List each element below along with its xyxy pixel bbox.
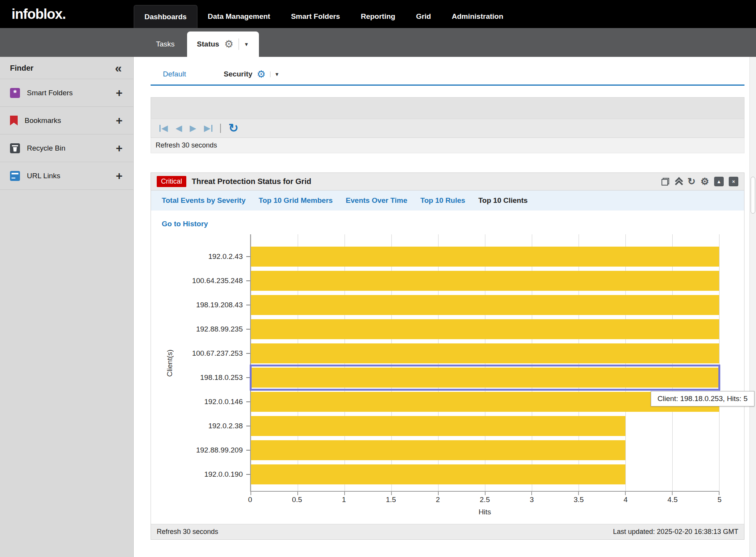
y-label-192-88-99-235: 192.88.99.235 [178, 317, 250, 341]
scrollbar-thumb[interactable] [751, 177, 755, 214]
y-label-100-64-235-248: 100.64.235.248 [178, 269, 250, 293]
sidebar-items: *Smart Folders+Bookmarks+Recycle Bin+URL… [0, 79, 133, 190]
y-label-192-0-2-38: 192.0.2.38 [178, 414, 250, 438]
tab-tasks[interactable]: Tasks [146, 31, 185, 57]
previous-page-arrow: ◀ [176, 124, 182, 133]
bar-100-67-237-253[interactable] [251, 343, 719, 363]
add-recycle-bin-button[interactable]: + [116, 142, 123, 155]
widget-settings-gear-icon[interactable]: ⚙ [701, 177, 709, 186]
first-page-icon[interactable]: ◀ [159, 124, 168, 133]
smart-folders-icon: * [10, 88, 20, 98]
x-tick-label: 2.5 [480, 496, 490, 504]
next-page-arrow: ▶ [190, 124, 196, 133]
view-tab-default[interactable]: Default [161, 66, 187, 85]
top-nav-items: DashboardsData ManagementSmart FoldersRe… [134, 0, 514, 28]
top-nav-item-grid[interactable]: Grid [406, 5, 441, 28]
bar-192-0-2-43[interactable] [251, 247, 719, 267]
bar-198-18-0-253[interactable] [251, 368, 719, 388]
widget-title: Threat Protection Status for Grid [192, 177, 311, 186]
widget-tab-total-events-by-severity[interactable]: Total Events by Severity [162, 196, 245, 205]
add-smart-folders-button[interactable]: + [116, 86, 123, 99]
bar-192-0-2-38[interactable] [251, 416, 625, 436]
sidebar-item-smart-folders[interactable]: *Smart Folders+ [0, 79, 133, 106]
widget-header-icons: ↻ ⚙ ▲ × [662, 177, 738, 186]
bar-100-64-235-248[interactable] [251, 271, 719, 291]
previous-page-icon[interactable]: ◀ [176, 124, 182, 133]
x-tick-label: 3 [530, 496, 534, 504]
chart-bar-row-192-0-2-43 [251, 244, 719, 269]
refresh-interval-note: Refresh 30 seconds [151, 138, 744, 153]
restore-widget-icon[interactable] [662, 178, 669, 186]
bar-192-88-99-235[interactable] [251, 319, 719, 339]
y-label-192-0-2-43: 192.0.2.43 [178, 244, 250, 269]
view-tab-security[interactable]: Security⚙▼ [222, 66, 281, 85]
finder-title: Finder [10, 64, 33, 73]
first-page-bar [159, 125, 161, 132]
last-page-bar [211, 125, 212, 132]
top-nav-item-reporting[interactable]: Reporting [350, 5, 406, 28]
chart-tooltip: Client: 198.18.0.253, Hits: 5 [651, 391, 754, 406]
collapse-all-icon[interactable] [674, 177, 683, 186]
bar-192-0-0-190[interactable] [251, 464, 625, 484]
collapse-sidebar-icon[interactable]: « [115, 64, 122, 72]
status-gear-icon[interactable]: ⚙ [224, 39, 234, 50]
top-nav-item-smart-folders[interactable]: Smart Folders [280, 5, 350, 28]
x-tick-label: 2 [436, 496, 440, 504]
widget-tab-top-10-clients[interactable]: Top 10 Clients [478, 196, 527, 205]
sidebar-item-url-links[interactable]: URL Links+ [0, 162, 133, 189]
top-nav-item-dashboards[interactable]: Dashboards [134, 5, 197, 28]
threat-protection-widget: Critical Threat Protection Status for Gr… [151, 172, 744, 540]
critical-status-badge: Critical [157, 176, 186, 187]
y-label-192-88-99-209: 192.88.99.209 [178, 438, 250, 462]
y-label-192-0-0-146: 192.0.0.146 [178, 390, 250, 414]
status-chevron-down-icon[interactable]: ▼ [244, 41, 249, 47]
bar-192-88-99-209[interactable] [251, 440, 625, 460]
widget-footer: Refresh 30 seconds Last updated: 2025-02… [151, 524, 744, 539]
bars-container [251, 244, 719, 486]
x-tick-label: 5 [718, 496, 722, 504]
last-page-icon[interactable]: ▶ [204, 124, 212, 133]
widget-tabs: Total Events by SeverityTop 10 Grid Memb… [151, 191, 744, 211]
sidebar-item-bookmarks[interactable]: Bookmarks+ [0, 106, 133, 134]
bar-192-0-0-146[interactable] [251, 392, 719, 412]
vertical-scrollbar [749, 57, 756, 557]
infoblox-dashboard-screen: infoblox. DashboardsData ManagementSmart… [0, 0, 756, 557]
go-to-history-link[interactable]: Go to History [162, 220, 208, 228]
chart-bar-row-198-18-0-253 [251, 365, 719, 390]
top-nav-item-administration[interactable]: Administration [441, 5, 514, 28]
y-label-192-0-0-190: 192.0.0.190 [178, 462, 250, 486]
close-widget-icon[interactable]: × [729, 177, 738, 186]
add-bookmarks-button[interactable]: + [116, 114, 123, 127]
add-url-links-button[interactable]: + [116, 169, 123, 182]
sub-nav: Tasks Status ⚙ ▼ [0, 28, 756, 57]
view-tab-chevron-down-icon[interactable]: ▼ [270, 71, 280, 77]
url-links-icon [10, 171, 20, 181]
minimize-widget-icon[interactable]: ▲ [714, 177, 724, 186]
bar-chart: Client(s) 192.0.2.43100.64.235.248198.19… [162, 234, 733, 524]
top-nav-item-data-management[interactable]: Data Management [197, 5, 281, 28]
bar-198-19-208-43[interactable] [251, 295, 719, 315]
view-tab-gear-icon[interactable]: ⚙ [257, 69, 265, 79]
widget-footer-refresh: Refresh 30 seconds [157, 528, 218, 536]
y-axis-labels: 192.0.2.43100.64.235.248198.19.208.43192… [178, 234, 250, 492]
sidebar-item-recycle-bin[interactable]: Recycle Bin+ [0, 134, 133, 162]
chart-bar-row-192-88-99-235 [251, 317, 719, 341]
refresh-icon[interactable]: ↻ [229, 122, 239, 134]
bookmarks-icon [10, 116, 18, 126]
x-tick-label: 1.5 [386, 496, 396, 504]
tab-status[interactable]: Status ⚙ ▼ [187, 31, 259, 57]
finder-sidebar: Finder « *Smart Folders+Bookmarks+Recycl… [0, 57, 134, 557]
last-page-arrow: ▶ [204, 124, 211, 133]
y-label-198-19-208-43: 198.19.208.43 [178, 293, 250, 317]
sidebar-item-label: Smart Folders [27, 89, 109, 97]
x-tick-label: 3.5 [574, 496, 584, 504]
widget-tab-events-over-time[interactable]: Events Over Time [346, 196, 407, 205]
chart-bar-row-192-88-99-209 [251, 438, 719, 462]
widget-tab-top-10-rules[interactable]: Top 10 Rules [420, 196, 465, 205]
x-tick-label: 1 [342, 496, 346, 504]
x-tick-label: 4 [623, 496, 628, 504]
next-page-icon[interactable]: ▶ [190, 124, 196, 133]
widget-refresh-icon[interactable]: ↻ [688, 177, 696, 186]
infoblox-logo: infoblox. [0, 0, 134, 28]
widget-tab-top-10-grid-members[interactable]: Top 10 Grid Members [259, 196, 333, 205]
